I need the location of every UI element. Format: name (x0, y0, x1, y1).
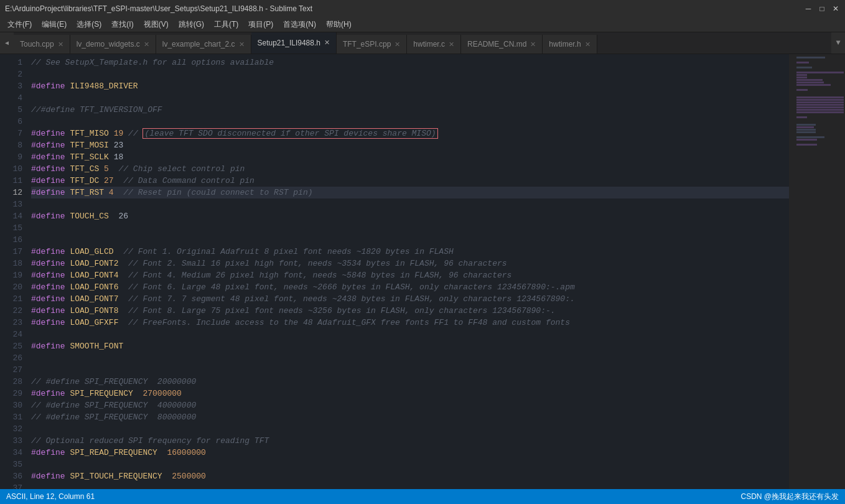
minimap-content (795, 54, 845, 151)
code-line: #define LOAD_FONT8 // Font 8. Large 75 p… (31, 305, 789, 317)
code-line (31, 329, 789, 340)
code-line (31, 234, 789, 246)
line-number: 8 (0, 139, 22, 151)
status-position: ASCII, Line 12, Column 61 (6, 492, 95, 501)
line-number: 21 (0, 293, 22, 305)
line-number: 27 (0, 364, 22, 376)
line-number: 37 (0, 482, 22, 489)
code-editor[interactable]: // See SetupX_Template.h for all options… (26, 54, 789, 489)
code-line: #define LOAD_FONT6 // Font 6. Large 48 p… (31, 281, 789, 293)
line-number: 23 (0, 317, 22, 329)
line-number: 29 (0, 388, 22, 399)
tab-hwtimer-c[interactable]: hwtimer.c✕ (407, 35, 461, 54)
code-line: #define TOUCH_CS 26 (31, 210, 789, 222)
line-number: 2 (0, 68, 22, 80)
line-number: 6 (0, 116, 22, 128)
code-line: // #define SPI_FREQUENCY 20000000 (31, 376, 789, 388)
menu-item[interactable]: 首选项(N) (278, 18, 321, 31)
line-number: 18 (0, 258, 22, 269)
code-line: // See SetupX_Template.h for all options… (31, 57, 789, 68)
line-number: 7 (0, 128, 22, 139)
line-number: 1 (0, 57, 22, 68)
menu-item[interactable]: 项目(P) (243, 18, 278, 31)
line-number: 36 (0, 470, 22, 482)
menu-item[interactable]: 视图(V) (139, 18, 174, 31)
editor-main: 1234567891011121314151617181920212223242… (0, 54, 845, 489)
line-number: 20 (0, 281, 22, 293)
code-line (31, 68, 789, 80)
status-right: CSDN @挽我起来我还有头发 (740, 492, 839, 502)
code-line: //#define TFT_INVERSION_OFF (31, 104, 789, 116)
tab-lv-example-chart-2-c[interactable]: lv_example_chart_2.c✕ (156, 35, 251, 54)
tab-scroll-left[interactable]: ◀ (0, 32, 14, 54)
window-controls[interactable]: ─ □ ✕ (804, 4, 840, 13)
menu-item[interactable]: 跳转(G) (174, 18, 209, 31)
code-line: #define LOAD_GFXFF // FreeFonts. Include… (31, 317, 789, 329)
minimap (795, 54, 845, 489)
menu-item[interactable]: 编辑(E) (37, 18, 72, 31)
tab-close-icon[interactable]: ✕ (58, 40, 63, 49)
line-number: 4 (0, 92, 22, 104)
code-line: #define LOAD_FONT7 // Font 7. 7 segment … (31, 293, 789, 305)
tab-Setup21-ILI9488-h[interactable]: Setup21_ILI9488.h✕ (251, 32, 337, 54)
line-number: 12 (0, 187, 22, 198)
code-line: #define SPI_TOUCH_FREQUENCY 2500000 (31, 470, 789, 482)
line-number: 30 (0, 399, 22, 411)
code-line (31, 459, 789, 470)
line-number: 16 (0, 234, 22, 246)
line-number: 11 (0, 175, 22, 187)
code-line: #define TFT_SCLK 18 (31, 151, 789, 163)
line-number: 35 (0, 459, 22, 470)
maximize-button[interactable]: □ (818, 4, 826, 13)
code-line: #define TFT_MISO 19 // (leave TFT SDO di… (31, 128, 789, 139)
line-number: 14 (0, 210, 22, 222)
code-line (31, 364, 789, 376)
line-number: 15 (0, 222, 22, 234)
code-line: #define ILI9488_DRIVER (31, 80, 789, 92)
code-line (31, 352, 789, 364)
code-line: #define SPI_FREQUENCY 27000000 (31, 388, 789, 399)
code-line: // #define SPI_FREQUENCY 40000000 (31, 399, 789, 411)
close-button[interactable]: ✕ (831, 4, 840, 13)
code-line: // Optional reduced SPI frequency for re… (31, 435, 789, 447)
menu-item[interactable]: 工具(T) (209, 18, 243, 31)
title-bar: E:\ArduinoProject\libraries\TFT_eSPI-mas… (0, 0, 845, 17)
status-left: ASCII, Line 12, Column 61 (6, 492, 95, 501)
tab-close-icon[interactable]: ✕ (530, 40, 536, 49)
code-line: #define LOAD_FONT2 // Font 2. Small 16 p… (31, 258, 789, 269)
tab-TFT-eSPI-cpp[interactable]: TFT_eSPI.cpp✕ (337, 35, 407, 54)
code-line: #define TFT_MOSI 23 (31, 139, 789, 151)
minimize-button[interactable]: ─ (804, 4, 813, 13)
tab-close-icon[interactable]: ✕ (449, 40, 454, 49)
code-line (31, 198, 789, 210)
menu-item[interactable]: 选择(S) (72, 18, 106, 31)
scrollbar[interactable] (789, 54, 795, 489)
tab-lv-demo-widgets-c[interactable]: lv_demo_widgets.c✕ (70, 35, 156, 54)
code-line: // #define SPI_FREQUENCY 80000000 (31, 411, 789, 423)
tab-README-CN-md[interactable]: README_CN.md✕ (461, 35, 543, 54)
menu-item[interactable]: 查找(I) (106, 18, 138, 31)
line-gutter: 1234567891011121314151617181920212223242… (0, 54, 26, 489)
tab-close-icon[interactable]: ✕ (144, 40, 149, 49)
menu-item[interactable]: 帮助(H) (321, 18, 357, 31)
tab-Touch-cpp[interactable]: Touch.cpp✕ (14, 35, 70, 54)
code-line: #define LOAD_FONT4 // Font 4. Medium 26 … (31, 269, 789, 281)
line-number: 3 (0, 80, 22, 92)
tab-close-icon[interactable]: ✕ (394, 40, 400, 49)
tab-close-icon[interactable]: ✕ (239, 40, 245, 49)
line-number: 19 (0, 269, 22, 281)
code-line: #define LOAD_GLCD // Font 1. Original Ad… (31, 246, 789, 258)
code-line (31, 423, 789, 435)
line-number: 33 (0, 435, 22, 447)
line-number: 24 (0, 329, 22, 340)
menu-item[interactable]: 文件(F) (2, 18, 37, 31)
tab-hwtimer-h[interactable]: hwtimer.h✕ (543, 35, 597, 54)
tab-close-icon[interactable]: ✕ (585, 40, 591, 49)
line-number: 28 (0, 376, 22, 388)
tab-close-icon[interactable]: ✕ (324, 39, 330, 47)
line-number: 31 (0, 411, 22, 423)
line-number: 17 (0, 246, 22, 258)
tab-overflow-button[interactable]: ▼ (831, 32, 845, 54)
code-line: #define TFT_RST 4 // Reset pin (could co… (31, 187, 789, 198)
status-bar: ASCII, Line 12, Column 61 CSDN @挽我起来我还有头… (0, 489, 845, 504)
